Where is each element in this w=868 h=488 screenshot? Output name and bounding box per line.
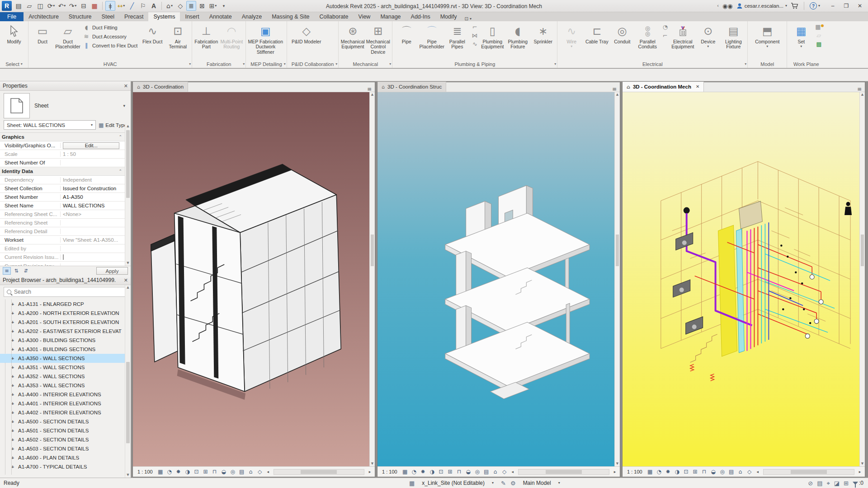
- sheet-item[interactable]: +A1-A200 - NORTH EXTERIOR ELEVATION: [0, 309, 131, 318]
- detail-level-icon[interactable]: ▦: [646, 468, 654, 476]
- select-links-icon[interactable]: ⊘: [808, 480, 813, 486]
- tab-architecture[interactable]: Architecture: [24, 12, 64, 21]
- electrical-equipment-button[interactable]: Electrical Equipment: [670, 23, 695, 60]
- property-row[interactable]: Referencing Sheet: [0, 219, 125, 227]
- horizontal-scrollbar[interactable]: [763, 469, 854, 475]
- editing-requests-icon[interactable]: ✎: [501, 480, 506, 486]
- tab-list-menu-icon[interactable]: ≡: [854, 86, 865, 92]
- project-browser-title-bar[interactable]: Project Browser - arch_buildinga1_144104…: [0, 276, 131, 285]
- duct-fitting-button[interactable]: ◖Duct Fitting: [83, 23, 137, 31]
- chevron-down-icon[interactable]: ▾: [123, 104, 127, 108]
- sheet-item[interactable]: +A1-A402 - INTERIOR ELEVATIONS: [0, 408, 131, 417]
- shadows-icon[interactable]: ◑: [184, 468, 192, 476]
- conduit-button[interactable]: ◎Conduit: [610, 23, 634, 60]
- mechanical-equipment-button[interactable]: ⊛Mechanical Equipment: [340, 23, 365, 60]
- property-row[interactable]: DependencyIndependent: [0, 176, 125, 184]
- lock-3d-view-icon[interactable]: ⊓: [211, 468, 219, 476]
- scroll-left-icon[interactable]: ◂: [755, 469, 761, 475]
- panel-label-work-plane[interactable]: Work Plane: [787, 60, 825, 68]
- reveal-hidden-elements-icon[interactable]: ◎: [473, 468, 481, 476]
- air-terminal-button[interactable]: ⊡Air Terminal: [165, 23, 190, 60]
- new-file-icon[interactable]: ▤: [14, 1, 24, 11]
- collapse-search-icon[interactable]: ‹: [717, 4, 719, 8]
- measure-icon[interactable]: ǂ: [105, 1, 115, 11]
- sheet-item[interactable]: +A1-A351 - WALL SECTIONS: [0, 363, 131, 372]
- property-row[interactable]: Sheet NameWALL SECTIONS: [0, 202, 125, 210]
- tab-insert[interactable]: Insert: [180, 12, 204, 21]
- chevron-down-icon[interactable]: ▾: [470, 17, 472, 21]
- property-row[interactable]: Sheet Number Of: [0, 159, 125, 167]
- detail-level-icon[interactable]: ▦: [156, 468, 165, 476]
- crop-view-icon[interactable]: ⊡: [682, 468, 690, 476]
- view-scale[interactable]: 1 : 100: [379, 469, 400, 474]
- displacement-sets-icon[interactable]: ◇: [500, 468, 509, 476]
- apply-button[interactable]: Apply: [96, 267, 128, 275]
- displacement-sets-icon[interactable]: ◇: [745, 468, 754, 476]
- sheet-item[interactable]: +A1-A400 - INTERIOR ELEVATIONS: [0, 390, 131, 399]
- scroll-left-icon[interactable]: ◂: [265, 469, 271, 475]
- tab-manage[interactable]: Manage: [375, 12, 406, 21]
- reveal-hidden-elements-icon[interactable]: ◎: [718, 468, 726, 476]
- temporary-hide-isolate-icon[interactable]: ◒: [220, 468, 228, 476]
- undo-icon[interactable]: ↶▾: [57, 1, 67, 11]
- sheet-item[interactable]: +A1-A502 - SECTION DETAILS: [0, 435, 131, 444]
- viewport[interactable]: ▲▼: [623, 92, 865, 466]
- restore-button[interactable]: ❐: [840, 1, 853, 11]
- temporary-hide-isolate-icon[interactable]: ◒: [709, 468, 717, 476]
- select-pinned-icon[interactable]: ⌖: [826, 480, 830, 486]
- store-cart-icon[interactable]: [791, 3, 798, 9]
- panel-label-fabrication[interactable]: Fabrication▾: [192, 60, 245, 68]
- type-selector[interactable]: Sheet: WALL SECTIONS▾: [4, 120, 96, 130]
- redo-icon[interactable]: ↷▾: [68, 1, 78, 11]
- panel-label-mechanical[interactable]: Mechanical▾: [339, 60, 392, 68]
- select-underlay-icon[interactable]: ▤: [817, 480, 822, 486]
- current-revision-checkbox[interactable]: [63, 254, 64, 260]
- close-inactive-views-icon[interactable]: ▦: [90, 1, 99, 11]
- tab-systems[interactable]: Systems: [148, 12, 180, 21]
- help-menu[interactable]: ?▾: [810, 2, 820, 9]
- view-scale[interactable]: 1 : 100: [135, 469, 156, 474]
- tab-analyze[interactable]: Analyze: [237, 12, 267, 21]
- temporary-view-properties-icon[interactable]: ▤: [727, 468, 736, 476]
- duct-button[interactable]: ▭Duct: [30, 23, 55, 60]
- lighting-fixture-button[interactable]: ▤Lighting Fixture: [721, 23, 745, 60]
- close-button[interactable]: ✕: [854, 1, 866, 11]
- modify-button[interactable]: Modify: [2, 23, 26, 60]
- scroll-right-icon[interactable]: ▸: [857, 469, 863, 475]
- selection-filter[interactable]: :0: [853, 480, 863, 486]
- design-option-dropdown[interactable]: Main Model▾: [520, 479, 570, 487]
- mechanical-control-device-button[interactable]: ⊞Mechanical Control Device: [366, 23, 390, 60]
- close-icon[interactable]: ✕: [124, 278, 128, 283]
- property-row[interactable]: Visibility/Graphics O...Edit...: [0, 141, 125, 150]
- sheet-item[interactable]: +A1-A131 - ENLARGED RCP: [0, 300, 131, 309]
- sheet-item[interactable]: +A1-A501 - SECTION DETAILS: [0, 426, 131, 435]
- aligned-dimension-icon[interactable]: ↔▾: [116, 1, 126, 11]
- tab-file[interactable]: File: [0, 12, 24, 21]
- worksets-icon[interactable]: ▦: [409, 480, 415, 486]
- tab-addins[interactable]: Add-Ins: [406, 12, 435, 21]
- panel-label-mep-detailing[interactable]: MEP Detailing▾: [246, 60, 287, 68]
- panel-label-pid[interactable]: P&ID Collaboration▾: [287, 60, 339, 68]
- tab-precast[interactable]: Precast: [119, 12, 148, 21]
- viewport[interactable]: ▲▼: [133, 92, 375, 466]
- lock-3d-view-icon[interactable]: ⊓: [700, 468, 708, 476]
- detail-level-icon[interactable]: ▦: [401, 468, 409, 476]
- tab-annotate[interactable]: Annotate: [204, 12, 237, 21]
- fabrication-part-button[interactable]: ⊥Fabrication Part: [194, 23, 218, 60]
- sun-path-icon[interactable]: ✸: [419, 468, 427, 476]
- pipe-button[interactable]: ⌒Pipe: [394, 23, 419, 60]
- minimize-button[interactable]: –: [826, 1, 839, 11]
- thin-lines-icon[interactable]: ≣: [186, 1, 196, 11]
- open-file-icon[interactable]: ▱: [24, 1, 34, 11]
- duct-accessory-button[interactable]: ≋Duct Accessory: [83, 33, 137, 40]
- text-icon[interactable]: A: [149, 1, 159, 11]
- sheet-item[interactable]: +A1-A202 - EAST/WEST EXTERIOR ELEVAT: [0, 327, 131, 336]
- edit-type-button[interactable]: ▦ Edit Type: [99, 122, 127, 128]
- select-by-face-icon[interactable]: ◪: [834, 480, 840, 486]
- cable-tray-button[interactable]: ⊏Cable Tray: [585, 23, 609, 60]
- revit-logo-icon[interactable]: R: [2, 1, 12, 11]
- shadows-icon[interactable]: ◑: [673, 468, 681, 476]
- shadows-icon[interactable]: ◑: [428, 468, 436, 476]
- worksharing-display-icon[interactable]: ⌂: [247, 468, 255, 476]
- work-plane-viewer-icon[interactable]: ▩: [815, 41, 822, 48]
